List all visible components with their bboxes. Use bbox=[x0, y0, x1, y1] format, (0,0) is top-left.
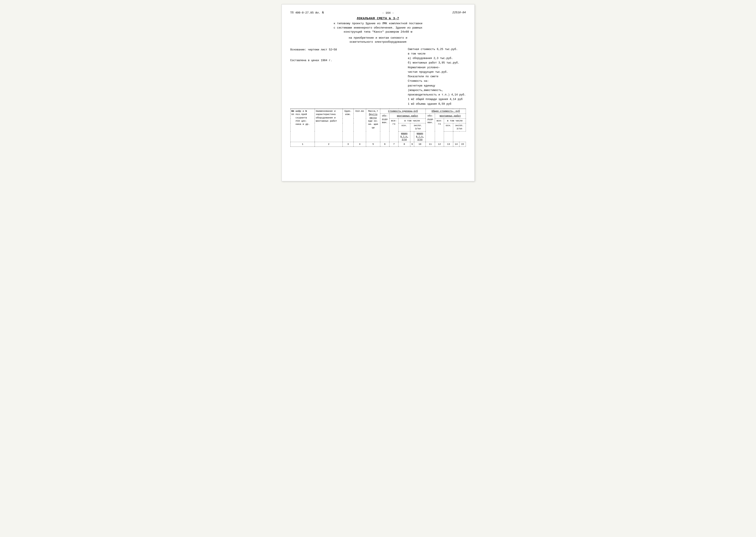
raschet3: производительность и т.п.) 4,14 руб. bbox=[408, 93, 466, 97]
col2-header: Наименование и характеристика оборудован… bbox=[315, 109, 343, 142]
col6-v-tom-chisle: в том числе bbox=[399, 118, 426, 123]
v-tom-chisle: в том числе bbox=[408, 52, 466, 56]
col6-osn: осн. bbox=[399, 123, 410, 131]
info-section: Основание: чертежи лист 52÷58 Составлена… bbox=[290, 47, 466, 106]
col5-header: Масса,т брутто нетто еди oo- ни- щая цы bbox=[366, 109, 380, 142]
title-subtitle: к типовому проекту Здание из ЛМК комплек… bbox=[290, 21, 466, 34]
stoimost-na: Стоимость на: bbox=[408, 79, 466, 83]
col-num-6: 6 bbox=[380, 142, 390, 146]
doc-number-right: 22510-04 bbox=[452, 11, 466, 14]
raschet2: (мощность,вместимость, bbox=[408, 88, 466, 93]
col-num-13: 13 bbox=[444, 142, 453, 146]
col-num-11: 11 bbox=[426, 142, 435, 146]
title-section: ЛОКАЛЬНАЯ СМЕТА № 3-7 к типовому проекту… bbox=[290, 17, 466, 44]
col-num-14: 14 bbox=[453, 142, 459, 146]
col-num-5: 5 bbox=[366, 142, 380, 146]
m3-cost: 1 м3 объема здания 0,59 руб bbox=[408, 102, 466, 106]
main-title: ЛОКАЛЬНАЯ СМЕТА № 3-7 bbox=[290, 17, 466, 20]
col-num-10: 10 bbox=[414, 142, 426, 146]
table-header-row1: №№ шифр и № пп поз.прей скуранта УСН цен… bbox=[290, 109, 466, 113]
col7-v-tom-chisle: в том числе bbox=[444, 118, 466, 123]
col-num-9: 9 bbox=[410, 142, 414, 146]
doc-number-left: ТП 400-0-27.85 Ал. N̄ bbox=[290, 11, 324, 14]
col6-mashin: машинв т.ч.3/пл bbox=[399, 131, 410, 142]
col7-vsego: все-го bbox=[435, 118, 444, 142]
info-left: Основание: чертежи лист 52÷58 Составлена… bbox=[290, 47, 337, 106]
col-num-7: 7 bbox=[389, 142, 399, 146]
header-row: ТП 400-0-27.85 Ал. N̄ - 164 - 22510-04 bbox=[290, 11, 466, 15]
col3-header: Един.изм. bbox=[343, 109, 354, 142]
osnование-text: Основание: чертежи лист 52÷58 bbox=[290, 47, 337, 53]
pokazateli: Показатели по смете bbox=[408, 74, 466, 79]
sostavlena-text: Составлена в ценах 1984 г. bbox=[290, 58, 337, 63]
normativnaya1: Нормативная условно- bbox=[408, 65, 466, 70]
column-numbers-row: 1 2 3 4 5 6 7 8 9 10 11 12 13 14 15 bbox=[290, 142, 466, 146]
col6-montazh-header: монтажных работ bbox=[389, 114, 426, 118]
table-row-empty bbox=[290, 147, 466, 173]
col7-mashin: машинв т.ч.3/пл bbox=[414, 131, 426, 142]
col4-header: Кол-во bbox=[354, 109, 366, 142]
normativnaya2: чистая продукция тыс.руб. bbox=[408, 70, 466, 74]
oborudovaniya-cost: а) оборудования 2,3 тыс.руб. bbox=[408, 56, 466, 61]
col7-montazh-header: монтажных работ bbox=[435, 114, 466, 118]
col7-osn: осн. bbox=[444, 123, 453, 131]
col6-vsego: все-го bbox=[389, 118, 399, 142]
col-num-4: 4 bbox=[354, 142, 366, 146]
title-subtitle2: на приобретение и монтаж силового и осве… bbox=[290, 36, 466, 44]
col6-ekspl: экспл.3/пл bbox=[410, 123, 426, 131]
page-number: - 164 - bbox=[324, 11, 452, 15]
col-num-3: 3 bbox=[343, 142, 354, 146]
info-right: Сметная стоимость 6,25 тыс.руб. в том чи… bbox=[408, 47, 466, 106]
document-page: ТП 400-0-27.85 Ал. N̄ - 164 - 22510-04 Л… bbox=[281, 4, 475, 181]
col-num-15: 15 bbox=[459, 142, 466, 146]
smetnaya-stoimost: Сметная стоимость 6,25 тыс.руб. bbox=[408, 47, 466, 52]
col7-ekspl: экспл.3/пл bbox=[453, 123, 466, 131]
col-num-2: 2 bbox=[315, 142, 343, 146]
montazh-cost: б) монтажных работ 3,95 тыс.руб. bbox=[408, 61, 466, 65]
main-table: №№ шифр и № пп поз.прей скуранта УСН цен… bbox=[290, 109, 466, 173]
col7-header-main: Общая стоимость, руб bbox=[426, 109, 466, 113]
col-num-8: 8 bbox=[399, 142, 410, 146]
col7-obo: обо-рудован. bbox=[426, 114, 435, 142]
col1-header: №№ шифр и № пп поз.прей скуранта УСН цен… bbox=[290, 109, 315, 142]
m2-cost: 1 м2 общей площади здания 4,14 руб bbox=[408, 97, 466, 102]
col-num-12: 12 bbox=[435, 142, 444, 146]
col6-header-main: Стоимость единицы,руб bbox=[380, 109, 426, 113]
raschet1: расчетную единицу bbox=[408, 84, 466, 88]
main-table-section: №№ шифр и № пп поз.прей скуранта УСН цен… bbox=[290, 108, 466, 173]
col7-3pl bbox=[444, 131, 453, 142]
col-num-1: 1 bbox=[290, 142, 315, 146]
col6-obo: обо-рудован. bbox=[380, 114, 390, 142]
col6-3pl bbox=[410, 131, 414, 142]
